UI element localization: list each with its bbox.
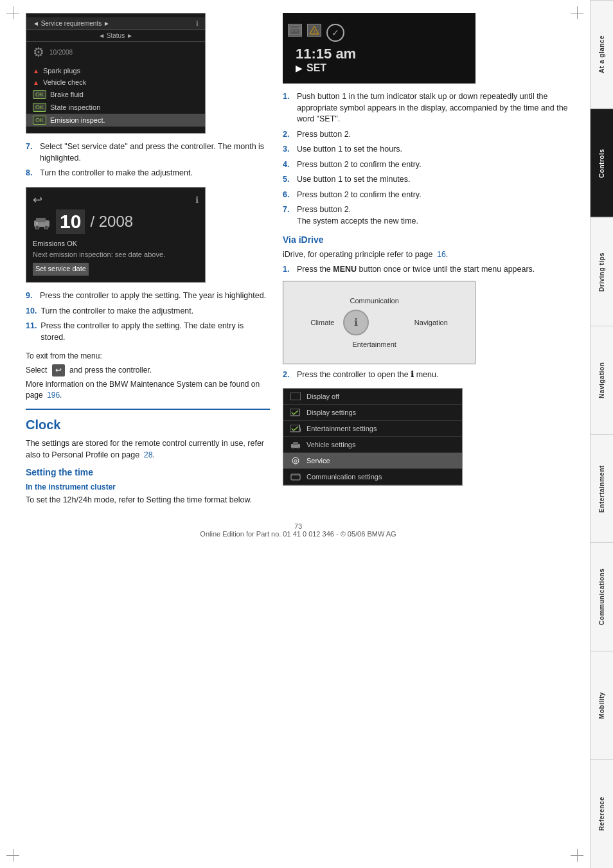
page-number: 73	[294, 522, 302, 530]
crosshair-bottom-left	[6, 849, 19, 862]
more-info-note: More information on the BMW Maintenance …	[26, 379, 270, 401]
idrive-menu-screen: Communication Climate ℹ Navigation Enter…	[283, 281, 475, 364]
display-settings-icon	[290, 408, 301, 417]
idrive-step-2-list: 2. Press the controller to open the ℹ me…	[283, 369, 571, 381]
menu-item-vehicle: ▲ Vehicle check	[26, 76, 205, 88]
steps-9-11: 9.Press the controller to apply the sett…	[26, 290, 270, 343]
screen-date: 10/2008	[49, 49, 73, 56]
right-step-5: 5.Use button 1 to set the minutes.	[283, 174, 571, 186]
idrive-communication: Communication	[343, 294, 405, 307]
screen-subrow: ◄ Status ►	[26, 30, 205, 42]
side-tabs: At a glance Controls Driving tips Naviga…	[590, 0, 613, 868]
exit-note-2: Select ↩ and press the controller.	[26, 364, 270, 376]
menu-comm-settings: Communication settings	[283, 469, 462, 485]
svg-text:⚙: ⚙	[294, 459, 298, 463]
back-arrow-button: ↩	[52, 364, 65, 376]
svg-rect-8	[295, 30, 298, 31]
left-column: ◄ Service requirements ► ℹ ◄ Status ► ⚙ …	[26, 13, 270, 509]
svg-point-3	[44, 226, 48, 229]
cluster-set-row: ▶ SET	[296, 62, 326, 74]
page-footer: 73 Online Edition for Part no. 01 41 0 0…	[26, 522, 571, 544]
date-screen: ↩ ℹ § 10 / 2008	[26, 187, 206, 283]
idrive-steps: 1. Press the MENU button once or twice u…	[283, 264, 571, 276]
cluster-top-icons: ! ✓	[283, 20, 475, 43]
idrive-empty-tl	[304, 298, 341, 303]
menu-entertainment-settings: Entertainment settings	[283, 421, 462, 437]
step-11: 11.Press the controller to apply the set…	[26, 321, 270, 343]
right-column: ! ✓ 11:15 am ▶ SET 1.Push button 1 in th…	[283, 13, 571, 509]
vehicle-settings-icon	[290, 440, 301, 449]
idrive-empty-tr	[408, 298, 454, 303]
clock-title: Clock	[26, 418, 270, 432]
step-7: 7.Select "Set service date" and press th…	[26, 141, 270, 164]
step-9: 9.Press the controller to apply the sett…	[26, 290, 270, 302]
service-screen: ◄ Service requirements ► ℹ ◄ Status ► ⚙ …	[26, 13, 206, 134]
svg-rect-13	[290, 425, 299, 432]
tab-controls[interactable]: Controls	[591, 109, 613, 217]
cluster-sq-icon-1	[288, 24, 302, 37]
right-step-7: 7. Press button 2. The system accepts th…	[283, 204, 571, 227]
idrive-center-button[interactable]: ℹ	[343, 310, 369, 335]
tab-entertainment[interactable]: Entertainment	[591, 434, 613, 543]
svg-text:§: §	[36, 221, 38, 225]
idrive-climate: Climate	[304, 316, 341, 329]
idrive-empty-br	[408, 342, 454, 347]
date-year: / 2008	[90, 213, 133, 231]
right-step-1: 1.Push button 1 in the turn indicator st…	[283, 91, 571, 125]
idrive-empty-bl	[304, 342, 341, 347]
right-step-2: 2.Press button 2.	[283, 129, 571, 141]
screen-menu-items: ▲ Spark plugs ▲ Vehicle check OK Brake f…	[26, 62, 205, 129]
step-8: 8.Turn the controller to make the adjust…	[26, 168, 270, 179]
screen-header: ◄ Service requirements ► ℹ	[26, 17, 205, 30]
idrive-grid: Communication Climate ℹ Navigation Enter…	[304, 294, 454, 351]
svg-rect-16	[293, 442, 298, 445]
idrive-step-1: 1. Press the MENU button once or twice u…	[283, 264, 571, 276]
page-196-link[interactable]: 196	[47, 391, 60, 400]
setting-time-title: Setting the time	[26, 467, 270, 477]
main-content: ◄ Service requirements ► ℹ ◄ Status ► ⚙ …	[0, 0, 590, 557]
cluster-screen: ! ✓ 11:15 am ▶ SET	[283, 13, 475, 84]
idrive-intro: iDrive, for operating principle refer to…	[283, 249, 571, 260]
menu-display-settings: Display settings	[283, 405, 462, 421]
menu-service: ⚙ Service	[283, 453, 462, 469]
svg-rect-7	[291, 30, 294, 31]
crosshair-bottom-right	[571, 849, 583, 862]
right-steps-1-7: 1.Push button 1 in the turn indicator st…	[283, 91, 571, 227]
step-10: 10.Turn the controller to make the adjus…	[26, 306, 270, 317]
tab-reference[interactable]: Reference	[591, 759, 613, 868]
entertainment-settings-icon	[290, 424, 301, 433]
tab-navigation[interactable]: Navigation	[591, 326, 613, 434]
right-step-6: 6.Press button 2 to confirm the entry.	[283, 190, 571, 201]
svg-rect-12	[290, 409, 299, 416]
footer-text: Online Edition for Part no. 01 41 0 012 …	[200, 530, 396, 538]
service-icon: ⚙	[290, 456, 301, 465]
page-16-link[interactable]: 16	[437, 250, 446, 259]
tab-mobility[interactable]: Mobility	[591, 651, 613, 759]
menu-item-spark: ▲ Spark plugs	[26, 65, 205, 76]
idrive-step-2: 2. Press the controller to open the ℹ me…	[283, 369, 571, 381]
cluster-set-label: SET	[306, 62, 326, 74]
instrument-cluster-title: In the instrument cluster	[26, 483, 270, 492]
svg-text:!: !	[314, 29, 315, 35]
svg-rect-21	[291, 474, 300, 480]
date-display: § 10 / 2008	[33, 209, 199, 234]
menu-item-state: OK State inspection	[26, 101, 205, 114]
svg-point-18	[297, 447, 299, 448]
tab-communications[interactable]: Communications	[591, 542, 613, 651]
instrument-text: To set the 12h/24h mode, refer to Settin…	[26, 494, 270, 506]
right-step-4: 4.Press button 2 to confirm the entry.	[283, 159, 571, 171]
cluster-sq-icon-2: !	[307, 24, 321, 37]
tab-driving-tips[interactable]: Driving tips	[591, 217, 613, 326]
menu-display-off: Display off	[283, 389, 462, 405]
comm-settings-icon	[290, 472, 301, 481]
clock-intro: The settings are stored for the remote c…	[26, 438, 270, 461]
tab-at-a-glance[interactable]: At a glance	[591, 0, 613, 109]
idrive-navigation: Navigation	[408, 316, 454, 329]
screen2-lines: Emissions OK Next emission inspection: s…	[33, 239, 199, 278]
page-28-link[interactable]: 28	[144, 450, 153, 459]
screen-header-text: ◄ Service requirements ►	[33, 20, 110, 27]
steps-7-8: 7.Select "Set service date" and press th…	[26, 141, 270, 179]
cluster-time-display: 11:15 am	[296, 46, 356, 62]
cluster-arrow: ▶	[296, 63, 303, 73]
idrive-entertainment: Entertainment	[343, 338, 405, 351]
